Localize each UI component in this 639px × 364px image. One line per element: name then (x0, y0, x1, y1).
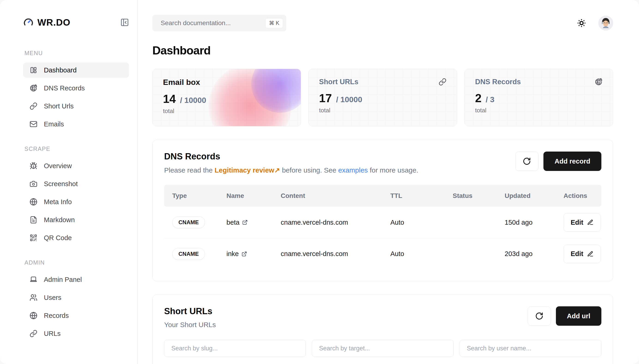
globe-lock-icon (595, 78, 602, 86)
sidebar-item-records[interactable]: Records (23, 308, 129, 323)
sidebar-item-admin-panel[interactable]: Admin Panel (23, 272, 129, 287)
file-text-icon (30, 216, 37, 224)
search-by-slug-input[interactable] (164, 340, 306, 357)
refresh-button[interactable] (528, 306, 551, 326)
sidebar-item-urls[interactable]: URLs (23, 326, 129, 341)
search-by-user-name-input[interactable] (460, 340, 601, 357)
nav-section-label: MENU (25, 50, 129, 56)
card-title: Short URLs (319, 78, 359, 86)
dns-panel-title: DNS Records (164, 152, 418, 162)
add-record-button[interactable]: Add record (543, 152, 601, 171)
sidebar-item-emails[interactable]: Emails (23, 116, 129, 132)
record-name: beta (226, 219, 239, 226)
url-filters (164, 340, 601, 357)
bug-icon (30, 162, 37, 170)
user-avatar[interactable] (598, 16, 613, 30)
examples-link[interactable]: examples (338, 166, 368, 174)
card-value: 14 (163, 92, 176, 106)
link-icon (30, 102, 37, 110)
desc-text: before using. See (280, 166, 338, 174)
card-caption: total (319, 107, 446, 114)
sidebar-item-users[interactable]: Users (23, 290, 129, 305)
sidebar-item-label: Meta Info (44, 198, 72, 206)
dns-panel-description: Please read the Legitimacy review↗ befor… (164, 166, 418, 174)
card-caption: total (475, 107, 602, 114)
legitimacy-review-link[interactable]: Legitimacy review (214, 166, 274, 174)
refresh-button[interactable] (515, 152, 538, 171)
record-updated: 203d ago (505, 250, 563, 258)
sidebar-item-overview[interactable]: Overview (23, 158, 129, 174)
sidebar-item-markdown[interactable]: Markdown (23, 212, 129, 228)
desc-text: for more usage. (368, 166, 418, 174)
card-value: 17 (319, 92, 332, 105)
gauge-logo-icon (23, 17, 34, 28)
card-value: 2 (475, 92, 482, 105)
record-name-link[interactable]: beta (226, 219, 281, 226)
sidebar-item-label: Admin Panel (44, 276, 82, 284)
toggle-knob (442, 255, 452, 264)
desc-text: Please read the (164, 166, 214, 174)
camera-icon (30, 180, 37, 188)
record-content: cname.vercel-dns.com (281, 219, 390, 226)
sidebar-item-label: Records (44, 312, 69, 320)
card-caption: total (163, 108, 290, 115)
sidebar-collapse-icon[interactable] (120, 18, 129, 27)
edit-record-button[interactable]: Edit (563, 213, 601, 232)
card-title: Email box (163, 78, 200, 87)
sun-icon[interactable] (577, 18, 586, 28)
dns-panel-heading: DNS Records Please read the Legitimacy r… (164, 152, 418, 174)
sidebar-item-label: Overview (44, 162, 72, 170)
external-link-icon (241, 251, 247, 257)
col-type: Type (172, 192, 226, 200)
refresh-icon (535, 312, 543, 320)
table-row: CNAME inke cname.vercel-dns.com Auto 203… (164, 238, 601, 270)
doc-search-input[interactable] (161, 20, 265, 27)
main-content: ⌘ K Dashboard Email box 14 (138, 0, 639, 364)
sidebar-item-label: DNS Records (44, 84, 85, 92)
sidebar-item-screenshot[interactable]: Screenshot (23, 176, 129, 192)
sidebar-item-label: QR Code (44, 234, 72, 242)
brand-logo[interactable]: WR.DO (23, 17, 70, 28)
card-total: / 3 (486, 95, 494, 104)
sidebar-item-short-urls[interactable]: Short Urls (23, 98, 129, 114)
search-by-target-input[interactable] (312, 340, 454, 357)
add-url-button[interactable]: Add url (556, 306, 602, 326)
sidebar-item-qr-code[interactable]: QR Code (23, 230, 129, 246)
edit-record-button[interactable]: Edit (563, 245, 601, 263)
nav-group-menu: MENU Dashboard DNS Records Short Urls (23, 50, 129, 132)
sidebar-item-label: Emails (44, 120, 64, 128)
sidebar-item-label: Screenshot (44, 180, 78, 188)
edit-label: Edit (571, 250, 583, 258)
record-type-badge: CNAME (172, 216, 205, 228)
sidebar-header: WR.DO (23, 17, 129, 28)
record-name: inke (226, 250, 239, 258)
sidebar-item-label: Markdown (44, 216, 75, 224)
card-total: / 10000 (336, 95, 362, 104)
dns-records-panel: DNS Records Please read the Legitimacy r… (152, 140, 613, 281)
link-icon (30, 330, 37, 338)
dns-records-table: Type Name Content TTL Status Updated Act… (164, 185, 601, 270)
sidebar-item-label: Users (44, 294, 61, 302)
globe-icon (30, 312, 37, 320)
sidebar-item-meta-info[interactable]: Meta Info (23, 194, 129, 210)
mail-icon (30, 120, 37, 128)
toggle-knob (442, 224, 452, 233)
stat-card-short-urls: Short URLs 17 / 10000 total (308, 69, 457, 126)
topbar-actions (577, 16, 613, 30)
sidebar-item-dashboard[interactable]: Dashboard (23, 62, 129, 78)
card-total: / 10000 (180, 96, 206, 105)
laptop-icon (30, 276, 37, 284)
pen-line-icon (587, 251, 593, 257)
doc-search-box[interactable]: ⌘ K (152, 15, 286, 31)
nav-section-label: SCRAPE (25, 146, 129, 152)
stat-cards: Email box 14 / 10000 total Short URLs 17 (152, 69, 613, 126)
sidebar-item-dns-records[interactable]: DNS Records (23, 80, 129, 96)
record-type-badge: CNAME (172, 248, 205, 260)
sidebar-item-label: Short Urls (44, 102, 74, 110)
urls-panel-heading: Short URLs Your Short URLs (164, 306, 216, 329)
page-title: Dashboard (152, 44, 613, 57)
card-title: DNS Records (475, 78, 521, 86)
brand-name: WR.DO (37, 17, 70, 28)
app-window: WR.DO MENU Dashboard DNS Records (0, 0, 639, 364)
record-name-link[interactable]: inke (226, 250, 281, 258)
